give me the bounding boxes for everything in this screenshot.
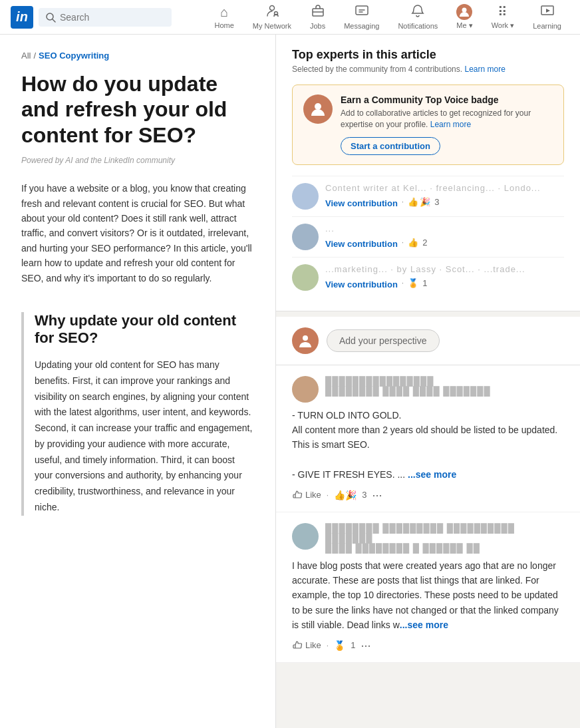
nav-item-me-label: Me ▾ — [456, 21, 472, 30]
comments-section: ████████████████ ████████ ████ ████ ████… — [276, 365, 580, 663]
like-emoji-2: 👍 — [408, 238, 418, 248]
right-panel: Top experts in this article Selected by … — [276, 35, 580, 728]
section-body: Updating your old content for SEO has ma… — [35, 357, 254, 516]
breadcrumb: All / SEO Copywriting — [21, 51, 254, 61]
article-powered-by: Powered by AI and the LinkedIn community — [21, 156, 254, 165]
nav-item-jobs[interactable]: Jobs — [302, 0, 333, 35]
comment-avatar-2 — [292, 523, 319, 550]
like-label-2: Like — [305, 640, 321, 650]
more-options-button-2[interactable]: ··· — [361, 639, 370, 651]
comment-author-info-1: ████████████████ ████████ ████ ████ ████… — [325, 376, 564, 396]
medal-emoji-3: 🏅 — [408, 278, 418, 288]
left-panel: All / SEO Copywriting How do you update … — [0, 35, 276, 728]
reaction-icons-1: 👍🎉 — [408, 197, 430, 207]
article-section: Why update your old content for SEO? Upd… — [21, 312, 254, 516]
see-more-link-1[interactable]: ...see more — [408, 469, 456, 480]
notifications-icon — [410, 4, 425, 21]
badge-learn-more-link[interactable]: Learn more — [430, 120, 471, 129]
comment-actions-2: Like · 🏅 1 ··· — [292, 639, 564, 651]
nav-item-jobs-label: Jobs — [310, 22, 325, 30]
comment-body-2: I have blog posts that were created year… — [292, 558, 564, 633]
contributor-avatar-2 — [292, 224, 319, 250]
nav-item-work-label: Work ▾ — [492, 21, 515, 30]
network-icon — [265, 4, 279, 21]
add-perspective-button[interactable]: Add your perspective — [327, 329, 440, 352]
start-contribution-button[interactable]: Start a contribution — [341, 137, 440, 155]
svg-point-11 — [303, 335, 308, 341]
contributor-item-1: Content writer at Kel... · freelancing..… — [292, 176, 564, 216]
search-icon — [45, 12, 56, 23]
view-contribution-link-3[interactable]: View contribution — [325, 279, 398, 289]
contribution-meta-3: View contribution · 🏅 1 — [325, 277, 564, 289]
view-contribution-link-1[interactable]: View contribution — [325, 198, 398, 208]
work-icon: ⠿ — [498, 4, 508, 20]
nav-items: ⌂ Home My Network Jobs Messaging — [207, 0, 569, 35]
breadcrumb-all[interactable]: All — [21, 51, 31, 61]
contributor-avatar-1 — [292, 183, 319, 210]
top-experts-title: Top experts in this article — [292, 48, 564, 62]
comment-author-name-1: ████████████████ — [325, 376, 564, 386]
navbar: in ⌂ Home My Network Jobs — [0, 0, 580, 35]
contributor-item-3: ...marketing... · by Lassy · Scot... · .… — [292, 257, 564, 297]
like-emoji-c1: 👍 — [334, 490, 345, 500]
celebrate-emoji-1: 🎉 — [420, 197, 430, 207]
like-button-2[interactable]: Like — [292, 640, 321, 651]
nav-item-network[interactable]: My Network — [245, 0, 299, 35]
reaction-count-c2: 1 — [351, 640, 355, 650]
see-more-link-2[interactable]: ...see more — [400, 620, 448, 630]
contributor-name-1: Content writer at Kel... · freelancing..… — [325, 183, 564, 193]
contribution-meta-1: View contribution · 👍🎉 3 — [325, 196, 564, 208]
section-title: Why update your old content for SEO? — [35, 312, 254, 347]
nav-item-me[interactable]: Me ▾ — [448, 0, 480, 35]
comment-header-1: ████████████████ ████████ ████ ████ ████… — [292, 376, 564, 403]
reaction-icons-2: 👍 — [408, 238, 418, 248]
reaction-group-2: 🏅 — [334, 640, 345, 651]
view-contribution-link-2[interactable]: View contribution — [325, 239, 398, 249]
nav-item-home[interactable]: ⌂ Home — [207, 0, 242, 35]
nav-item-messaging-label: Messaging — [344, 22, 379, 30]
linkedin-logo[interactable]: in — [11, 6, 33, 29]
comment-actions-1: Like · 👍🎉 3 ··· — [292, 489, 564, 501]
learn-more-link[interactable]: Learn more — [464, 65, 505, 74]
comment-author-title-1: ████████ ████ ████ ███████ — [325, 386, 564, 396]
more-options-button-1[interactable]: ··· — [372, 489, 382, 501]
search-bar[interactable] — [39, 8, 172, 27]
nav-item-messaging[interactable]: Messaging — [336, 0, 387, 35]
comment-author-info-2: ████████ █████████ ██████████ ███████ ██… — [325, 523, 564, 553]
nav-item-notifications-label: Notifications — [398, 22, 438, 30]
badge-title: Earn a Community Top Voice badge — [341, 94, 553, 105]
nav-item-work[interactable]: ⠿ Work ▾ — [484, 0, 523, 35]
svg-point-7 — [462, 8, 467, 13]
comment-item-1: ████████████████ ████████ ████ ████ ████… — [276, 365, 580, 512]
contributor-info-1: Content writer at Kel... · freelancing..… — [325, 183, 564, 208]
add-perspective-section: Add your perspective — [276, 311, 580, 365]
nav-item-network-label: My Network — [253, 22, 291, 30]
svg-point-2 — [269, 6, 274, 11]
contributor-info-3: ...marketing... · by Lassy · Scot... · .… — [325, 264, 564, 289]
nav-item-notifications[interactable]: Notifications — [390, 0, 446, 35]
top-experts-card: Top experts in this article Selected by … — [276, 35, 580, 311]
svg-marker-9 — [546, 9, 550, 13]
reaction-count-1: 3 — [434, 197, 439, 207]
user-avatar — [456, 4, 472, 20]
search-input[interactable] — [60, 12, 165, 23]
current-user-avatar — [292, 327, 319, 354]
contributor-info-2: ... View contribution · 👍 2 — [325, 224, 564, 249]
nav-item-learning[interactable]: Learning — [525, 0, 569, 35]
article-intro: If you have a website or a blog, you kno… — [21, 181, 254, 285]
badge-content: Earn a Community Top Voice badge Add to … — [341, 94, 553, 155]
community-badge: Earn a Community Top Voice badge Add to … — [292, 85, 564, 165]
like-button-1[interactable]: Like — [292, 490, 321, 500]
comment-avatar-1 — [292, 376, 319, 403]
svg-line-1 — [53, 19, 55, 22]
like-emoji-1: 👍 — [408, 197, 418, 207]
messaging-icon — [355, 4, 369, 21]
contributor-item-2: ... View contribution · 👍 2 — [292, 216, 564, 257]
reaction-count-c1: 3 — [362, 490, 366, 500]
thumbs-up-icon-2 — [292, 640, 303, 651]
learning-icon — [540, 4, 555, 21]
jobs-icon — [311, 4, 325, 21]
nav-item-home-label: Home — [215, 21, 234, 29]
nav-item-learning-label: Learning — [533, 22, 561, 30]
reaction-group-1: 👍🎉 — [334, 490, 357, 500]
